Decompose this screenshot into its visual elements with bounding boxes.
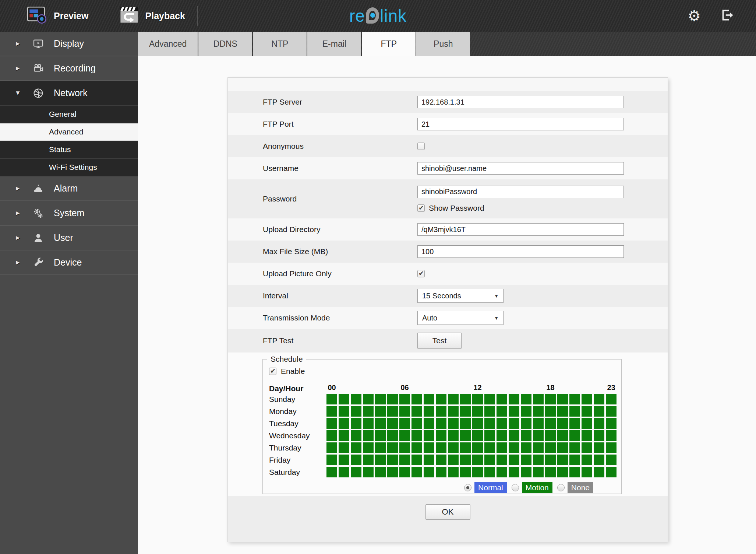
mode-radio-normal[interactable] (464, 484, 471, 491)
schedule-cell[interactable] (533, 467, 544, 477)
schedule-cell[interactable] (436, 394, 446, 404)
tab-ddns[interactable]: DDNS (198, 32, 252, 56)
schedule-cell[interactable] (387, 430, 398, 441)
sidebar-item-advanced[interactable]: Advanced (0, 123, 138, 141)
schedule-cell[interactable] (582, 455, 592, 465)
sidebar-item-general[interactable]: General (0, 106, 138, 123)
schedule-cell[interactable] (594, 394, 604, 404)
schedule-cell[interactable] (363, 394, 374, 404)
schedule-cell[interactable] (472, 430, 483, 441)
schedule-cell[interactable] (545, 442, 556, 453)
schedule-cell[interactable] (594, 418, 604, 429)
schedule-cell[interactable] (436, 430, 446, 441)
schedule-cell[interactable] (472, 467, 483, 477)
schedule-cell[interactable] (326, 418, 337, 429)
schedule-cell[interactable] (339, 394, 349, 404)
schedule-cell[interactable] (557, 406, 568, 417)
schedule-cell[interactable] (497, 455, 507, 465)
schedule-cell[interactable] (351, 430, 361, 441)
schedule-cell[interactable] (472, 442, 483, 453)
schedule-cell[interactable] (363, 430, 374, 441)
schedule-cell[interactable] (363, 467, 374, 477)
schedule-cell[interactable] (594, 406, 604, 417)
schedule-cell[interactable] (472, 394, 483, 404)
logout-icon[interactable] (719, 7, 735, 24)
schedule-cell[interactable] (399, 455, 410, 465)
schedule-cell[interactable] (569, 442, 580, 453)
schedule-cell[interactable] (339, 406, 349, 417)
schedule-enable-checkbox[interactable] (269, 368, 276, 375)
schedule-cell[interactable] (582, 442, 592, 453)
preview-button[interactable]: Preview (27, 6, 89, 26)
schedule-cell[interactable] (411, 467, 422, 477)
schedule-cell[interactable] (460, 467, 471, 477)
schedule-cell[interactable] (351, 418, 361, 429)
schedule-cell[interactable] (339, 442, 349, 453)
schedule-cell[interactable] (484, 418, 495, 429)
schedule-cell[interactable] (326, 430, 337, 441)
sidebar-item-user[interactable]: ►User (0, 226, 138, 250)
schedule-cell[interactable] (606, 455, 617, 465)
schedule-cell[interactable] (424, 455, 434, 465)
schedule-cell[interactable] (509, 467, 519, 477)
sidebar-item-system[interactable]: ►System (0, 201, 138, 226)
schedule-cell[interactable] (460, 406, 471, 417)
schedule-cell[interactable] (326, 455, 337, 465)
schedule-cell[interactable] (521, 418, 531, 429)
interval-select[interactable]: 15 Seconds ▼ (417, 289, 504, 303)
tab-advanced[interactable]: Advanced (138, 32, 198, 56)
schedule-cell[interactable] (448, 467, 459, 477)
schedule-cell[interactable] (424, 442, 434, 453)
schedule-cell[interactable] (387, 406, 398, 417)
sidebar-item-status[interactable]: Status (0, 141, 138, 159)
schedule-cell[interactable] (509, 406, 519, 417)
schedule-cell[interactable] (448, 455, 459, 465)
schedule-cell[interactable] (557, 418, 568, 429)
schedule-cell[interactable] (375, 442, 386, 453)
schedule-cell[interactable] (545, 406, 556, 417)
schedule-cell[interactable] (582, 467, 592, 477)
schedule-cell[interactable] (533, 394, 544, 404)
schedule-cell[interactable] (582, 406, 592, 417)
sidebar-item-alarm[interactable]: ►Alarm (0, 176, 138, 201)
show-password-checkbox[interactable] (417, 204, 425, 212)
schedule-cell[interactable] (557, 442, 568, 453)
max-file-size-input[interactable] (417, 245, 624, 258)
schedule-cell[interactable] (351, 394, 361, 404)
schedule-cell[interactable] (569, 394, 580, 404)
schedule-cell[interactable] (411, 430, 422, 441)
ftp-server-input[interactable] (417, 96, 624, 108)
schedule-cell[interactable] (497, 418, 507, 429)
schedule-cell[interactable] (594, 430, 604, 441)
schedule-cell[interactable] (509, 442, 519, 453)
schedule-cell[interactable] (399, 467, 410, 477)
schedule-cell[interactable] (363, 455, 374, 465)
schedule-cell[interactable] (533, 442, 544, 453)
schedule-cell[interactable] (472, 418, 483, 429)
tab-ftp[interactable]: FTP (362, 32, 416, 56)
upload-picture-only-checkbox[interactable] (417, 270, 425, 277)
schedule-cell[interactable] (497, 430, 507, 441)
username-input[interactable] (417, 162, 624, 175)
schedule-cell[interactable] (557, 467, 568, 477)
schedule-cell[interactable] (448, 442, 459, 453)
schedule-cell[interactable] (436, 406, 446, 417)
schedule-cell[interactable] (375, 430, 386, 441)
schedule-cell[interactable] (424, 394, 434, 404)
schedule-cell[interactable] (606, 442, 617, 453)
schedule-cell[interactable] (339, 467, 349, 477)
schedule-cell[interactable] (472, 455, 483, 465)
schedule-cell[interactable] (399, 406, 410, 417)
schedule-cell[interactable] (387, 442, 398, 453)
schedule-cell[interactable] (460, 442, 471, 453)
schedule-cell[interactable] (363, 418, 374, 429)
schedule-cell[interactable] (582, 430, 592, 441)
schedule-cell[interactable] (326, 467, 337, 477)
schedule-cell[interactable] (545, 455, 556, 465)
schedule-cell[interactable] (509, 455, 519, 465)
mode-radio-motion[interactable] (512, 484, 519, 491)
password-input[interactable] (417, 186, 624, 198)
schedule-cell[interactable] (375, 418, 386, 429)
schedule-cell[interactable] (363, 406, 374, 417)
schedule-cell[interactable] (509, 394, 519, 404)
